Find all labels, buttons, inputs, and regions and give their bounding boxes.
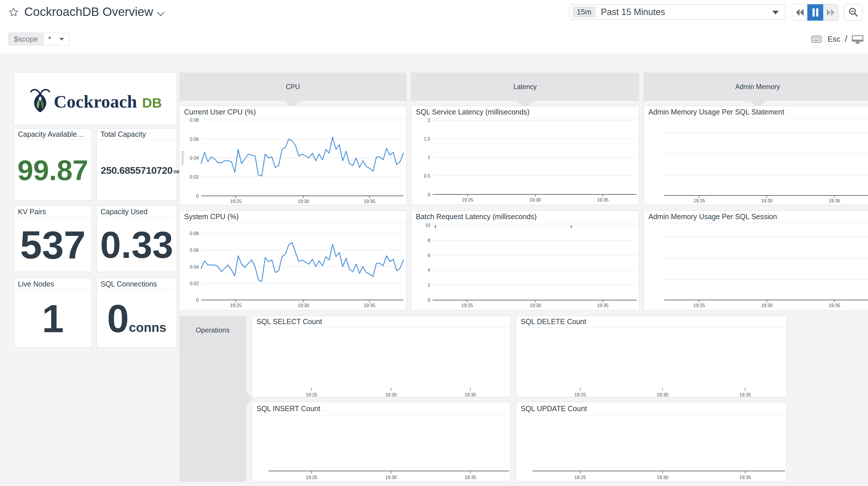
svg-text:19:25: 19:25 <box>693 198 705 203</box>
svg-text:19:25: 19:25 <box>693 303 705 308</box>
svg-text:0.5: 0.5 <box>424 173 430 178</box>
svg-text:19:30: 19:30 <box>761 303 773 308</box>
svg-text:1.5: 1.5 <box>424 137 430 141</box>
svg-text:2: 2 <box>428 283 430 288</box>
svg-text:0.06: 0.06 <box>190 248 199 253</box>
svg-text:19:30: 19:30 <box>530 303 541 308</box>
svg-text:19:35: 19:35 <box>364 199 375 204</box>
svg-text:19:25: 19:25 <box>230 303 242 308</box>
svg-text:19:25: 19:25 <box>575 392 586 397</box>
svg-text:19:35: 19:35 <box>597 197 609 202</box>
svg-text:DB: DB <box>142 95 162 110</box>
svg-text:4: 4 <box>428 268 430 273</box>
svg-text:1: 1 <box>428 155 430 160</box>
svg-text:19:35: 19:35 <box>829 198 840 203</box>
svg-text:Percent: Percent <box>180 151 185 165</box>
svg-text:19:30: 19:30 <box>385 475 397 480</box>
svg-text:19:35: 19:35 <box>829 303 840 308</box>
svg-text:19:30: 19:30 <box>298 199 309 204</box>
svg-text:19:35: 19:35 <box>364 303 375 308</box>
svg-text:0.04: 0.04 <box>190 155 199 161</box>
svg-text:19:35: 19:35 <box>739 392 751 397</box>
svg-text:19:30: 19:30 <box>385 392 397 397</box>
svg-text:0.08: 0.08 <box>190 231 199 236</box>
svg-text:19:30: 19:30 <box>657 475 668 480</box>
svg-text:19:25: 19:25 <box>461 303 473 308</box>
svg-text:19:25: 19:25 <box>306 392 317 397</box>
svg-text:6: 6 <box>428 253 430 258</box>
svg-text:19:30: 19:30 <box>761 198 773 203</box>
svg-text:8: 8 <box>428 238 430 243</box>
svg-text:19:25: 19:25 <box>575 475 586 480</box>
svg-text:19:30: 19:30 <box>298 303 309 308</box>
svg-text:19:25: 19:25 <box>230 199 242 204</box>
svg-text:19:35: 19:35 <box>597 303 609 308</box>
svg-text:Cockroach: Cockroach <box>54 92 137 111</box>
svg-text:0: 0 <box>196 194 199 199</box>
svg-text:19:35: 19:35 <box>465 392 476 397</box>
svg-text:0.08: 0.08 <box>190 118 199 122</box>
svg-text:0: 0 <box>428 298 430 303</box>
svg-text:19:35: 19:35 <box>739 475 751 480</box>
svg-text:10: 10 <box>425 223 430 228</box>
svg-text:2: 2 <box>428 118 430 123</box>
svg-text:0.02: 0.02 <box>190 175 199 179</box>
svg-text:0.04: 0.04 <box>190 264 199 269</box>
svg-text:0: 0 <box>196 298 199 303</box>
svg-text:19:35: 19:35 <box>465 475 476 480</box>
svg-text:19:25: 19:25 <box>306 475 317 480</box>
svg-text:0: 0 <box>428 192 430 197</box>
svg-text:19:30: 19:30 <box>657 392 668 397</box>
svg-text:19:30: 19:30 <box>529 197 541 202</box>
svg-text:0.06: 0.06 <box>190 137 199 142</box>
svg-text:0.02: 0.02 <box>190 281 199 286</box>
svg-text:19:25: 19:25 <box>462 197 473 202</box>
